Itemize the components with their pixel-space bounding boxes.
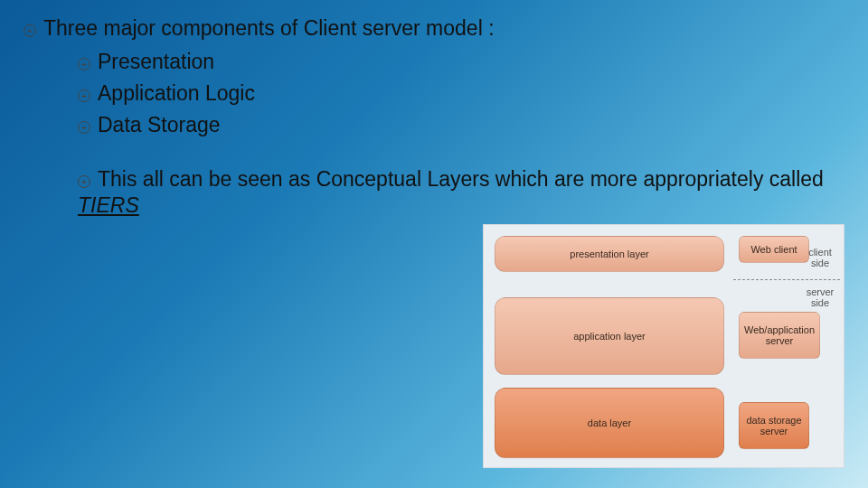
para-text: This all can be seen as Conceptual Layer…: [98, 167, 824, 191]
item-text: Application Logic: [98, 81, 255, 105]
list-item: +Presentation: [78, 50, 832, 74]
item-text: Data Storage: [98, 113, 221, 136]
bullet-icon: +: [78, 58, 90, 70]
list-item: +Application Logic: [78, 81, 832, 106]
list-item: +Data Storage: [78, 113, 832, 137]
bullet-icon: +: [78, 175, 90, 188]
bullet-icon: +: [24, 24, 36, 37]
label: presentation layer: [570, 249, 648, 259]
bullet-icon: +: [78, 89, 90, 102]
tiers-diagram: presentation layer application layer dat…: [483, 224, 844, 468]
presentation-layer: presentation layer: [495, 236, 724, 272]
item-text: Presentation: [98, 50, 214, 73]
tiers-word: TIERS: [78, 193, 139, 217]
data-storage-server-box: data storage server: [739, 402, 809, 449]
label: Web/application server: [743, 324, 816, 346]
application-layer: application layer: [495, 297, 724, 375]
label: Web client: [750, 244, 797, 255]
heading-text: Three major components of Client server …: [43, 16, 495, 40]
server-side-annot: server side: [802, 286, 838, 308]
label: data storage server: [743, 415, 805, 436]
label: application layer: [573, 331, 646, 342]
main-heading: +Three major components of Client server…: [24, 16, 832, 41]
bullet-icon: +: [78, 121, 90, 134]
web-client-box: Web client: [739, 236, 809, 263]
label: data layer: [588, 418, 631, 428]
data-layer: data layer: [495, 388, 724, 458]
web-app-server-box: Web/application server: [739, 312, 820, 359]
client-server-divider: [733, 279, 840, 280]
paragraph: +This all can be seen as Conceptual Laye…: [78, 166, 828, 219]
client-side-annot: client side: [802, 247, 838, 268]
